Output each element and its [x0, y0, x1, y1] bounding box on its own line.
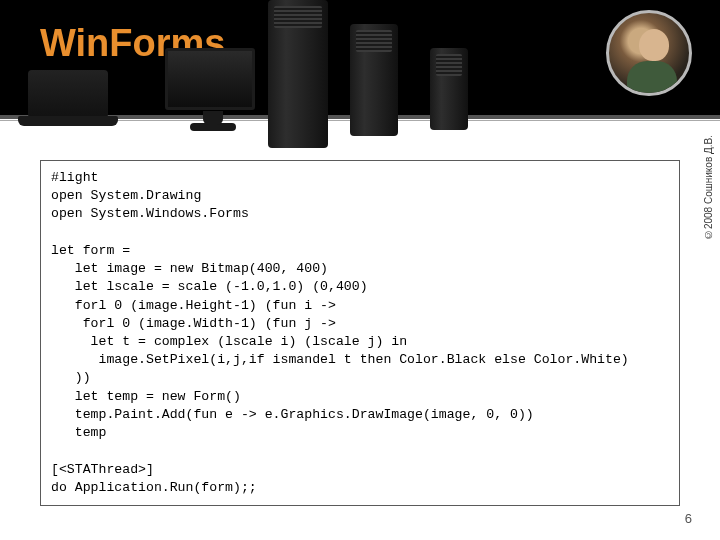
page-number: 6 — [685, 511, 692, 526]
server-tower-icon — [350, 24, 398, 136]
server-tower-icon — [430, 48, 468, 130]
copyright-text: ©2008 Сошников Д.В. — [703, 135, 714, 240]
server-tower-icon — [268, 0, 328, 148]
code-content: #light open System.Drawing open System.W… — [51, 169, 669, 497]
slide-header: WinForms — [0, 0, 720, 115]
monitor-icon — [165, 48, 255, 110]
code-block: #light open System.Drawing open System.W… — [40, 160, 680, 506]
laptop-icon — [28, 70, 108, 118]
avatar — [606, 10, 692, 96]
